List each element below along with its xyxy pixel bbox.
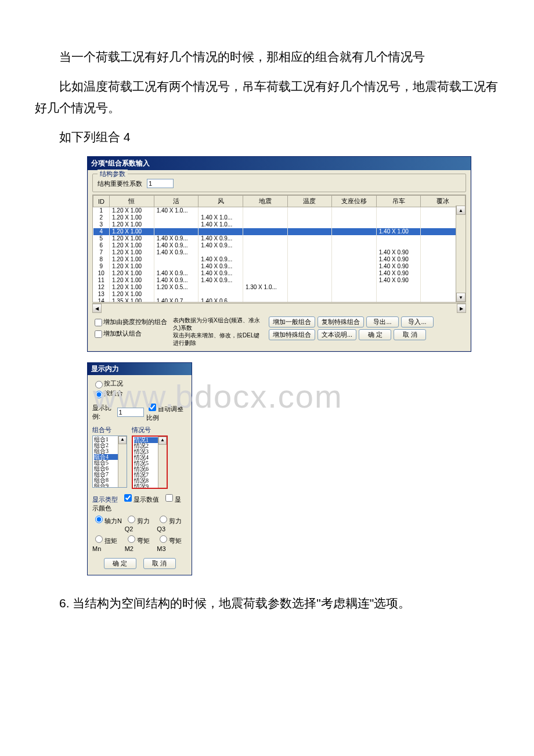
table-header[interactable]: ID <box>93 196 110 207</box>
copy-special-combo-button[interactable]: 复制特殊组合 <box>317 316 364 327</box>
paragraph-3: 如下列组合 4 <box>35 127 499 148</box>
checkbox-deflection-combo[interactable]: 增加由挠度控制的组合 <box>92 317 167 328</box>
table-header[interactable]: 地震 <box>243 196 287 207</box>
label-case-no: 情况号 <box>132 426 168 434</box>
import-button[interactable]: 导入... <box>401 316 434 327</box>
table-row[interactable]: 31.20 X 1.001.40 X 1.0... <box>93 221 466 228</box>
radio-by-combo[interactable]: 按组合 <box>92 389 187 398</box>
table-row[interactable]: 121.20 X 1.001.20 X 0.5...1.30 X 1.0... <box>93 284 466 291</box>
paragraph-1: 当一个荷载工况有好几个情况的时候，那相应的组合就有几个情况号 <box>35 46 499 68</box>
label-combo-no: 组合号 <box>92 426 127 434</box>
export-button[interactable]: 导出... <box>366 316 399 327</box>
table-row[interactable]: 81.20 X 1.001.40 X 0.9...1.40 X 0.90 <box>93 256 466 263</box>
cancel-button[interactable]: 取 消 <box>394 329 426 340</box>
dialog1-titlebar: 分项*组合系数输入 <box>88 157 471 170</box>
table-row[interactable]: 91.20 X 1.001.40 X 0.9...1.40 X 0.90 <box>93 263 466 270</box>
listbox-combo[interactable]: 组合1组合2组合3组合4组合5组合6组合7组合8组合9组合10 ▲ <box>92 435 127 488</box>
radio-by-case[interactable]: 按工况 <box>92 379 187 388</box>
cancel-button[interactable]: 取 消 <box>143 558 176 569</box>
label-importance-factor: 结构重要性系数 <box>98 179 142 188</box>
table-header[interactable]: 恒 <box>110 196 154 207</box>
table-row[interactable]: 131.20 X 1.00 <box>93 291 466 298</box>
horizontal-scrollbar[interactable]: ◀ ▶ <box>92 303 466 313</box>
table-row[interactable]: 101.20 X 1.001.40 X 0.9...1.40 X 0.9...1… <box>93 270 466 277</box>
table-row[interactable]: 11.20 X 1.001.40 X 1.0... <box>93 207 466 215</box>
listbox-combo-scrollbar[interactable]: ▲ <box>118 436 127 487</box>
scroll-up-icon[interactable]: ▲ <box>456 206 466 215</box>
radio-axial-n[interactable]: 轴力N <box>92 514 122 532</box>
add-general-combo-button[interactable]: 增加一般组合 <box>269 316 315 327</box>
table-row[interactable]: 21.20 X 1.001.40 X 1.0... <box>93 214 466 221</box>
radio-torsion-mn[interactable]: 扭矩Mn <box>92 534 122 552</box>
label-scale: 显示比例: <box>92 404 115 421</box>
scroll-down-icon[interactable]: ▼ <box>456 293 466 302</box>
radio-shear-q2[interactable]: 剪力Q2 <box>125 514 155 532</box>
scroll-right-icon[interactable]: ▶ <box>457 304 466 313</box>
paragraph-2: 比如温度荷载工况有两个情况号，吊车荷载工况有好几个情况号，地震荷载工况有好几个情… <box>35 76 499 119</box>
groupbox-structure-params: 结构参数 结构重要性系数 <box>92 174 466 192</box>
checkbox-default-combo[interactable]: 增加默认组合 <box>92 329 167 340</box>
table-header[interactable]: 吊车 <box>376 196 421 207</box>
input-importance-factor[interactable] <box>147 179 174 188</box>
checkbox-auto-scale[interactable]: 自动调整比例 <box>146 402 187 422</box>
ok-button[interactable]: 确 定 <box>359 329 391 340</box>
dialog-combination-coefficients: 分项*组合系数输入 结构参数 结构重要性系数 ID恒活风地 <box>87 156 471 352</box>
listbox-case-scrollbar[interactable]: ▲ <box>158 437 167 488</box>
input-scale[interactable] <box>117 408 144 417</box>
hint-text: 表内数据为分项X组合(频遇、准永久)系数 双击列表来增加、修改，按DEL键进行删… <box>173 316 263 347</box>
add-special-combo-button[interactable]: 增加特殊组合 <box>269 329 315 340</box>
checkbox-show-value[interactable]: 显示数值 <box>122 496 159 503</box>
table-row[interactable]: 41.20 X 1.001.40 X 1.00 <box>93 228 466 235</box>
table-row[interactable]: 111.20 X 1.001.40 X 0.9...1.40 X 0.9...1… <box>93 277 466 284</box>
table-row[interactable]: 61.20 X 1.001.40 X 0.9...1.40 X 0.9... <box>93 242 466 249</box>
label-display-type: 显示类型 <box>92 496 118 503</box>
table-row[interactable]: 51.20 X 1.001.40 X 0.9...1.40 X 0.9... <box>93 235 466 242</box>
table-header[interactable]: 支座位移 <box>332 196 377 207</box>
groupbox-legend: 结构参数 <box>98 170 128 178</box>
radio-shear-q3[interactable]: 剪力Q3 <box>157 514 187 532</box>
table-row[interactable]: 71.20 X 1.001.40 X 0.9...1.40 X 0.90 <box>93 249 466 256</box>
table-row[interactable]: 141.35 X 1.001.40 X 0.7...1.40 X 0.6... <box>93 298 466 303</box>
table-header[interactable]: 温度 <box>287 196 332 207</box>
combination-table[interactable]: ID恒活风地震温度支座位移吊车覆冰 11.20 X 1.001.40 X 1.0… <box>92 195 466 303</box>
listbox-case[interactable]: 情况1情况2情况3情况4情况5情况6情况7情况8情况9情况10 ▲ <box>132 435 168 489</box>
scroll-left-icon[interactable]: ◀ <box>92 304 102 313</box>
radio-moment-m2[interactable]: 弯矩M2 <box>125 534 155 552</box>
dialog-display-internal-force: 显示内力 按工况 按组合 显示比例: 自动调整比例 组合号 组合1组合2组合3组… <box>87 362 192 575</box>
dialog2-titlebar: 显示内力 <box>88 363 192 375</box>
radio-moment-m3[interactable]: 弯矩M3 <box>157 534 187 552</box>
paragraph-4: 6. 当结构为空间结构的时候，地震荷载参数选择"考虑耦连"选项。 <box>35 593 499 614</box>
vertical-scrollbar[interactable]: ▲ ▼ <box>456 206 466 302</box>
table-header[interactable]: 风 <box>199 196 243 207</box>
ok-button[interactable]: 确 定 <box>104 558 136 569</box>
table-header[interactable]: 活 <box>154 196 199 207</box>
text-description-button[interactable]: 文本说明... <box>317 329 356 340</box>
